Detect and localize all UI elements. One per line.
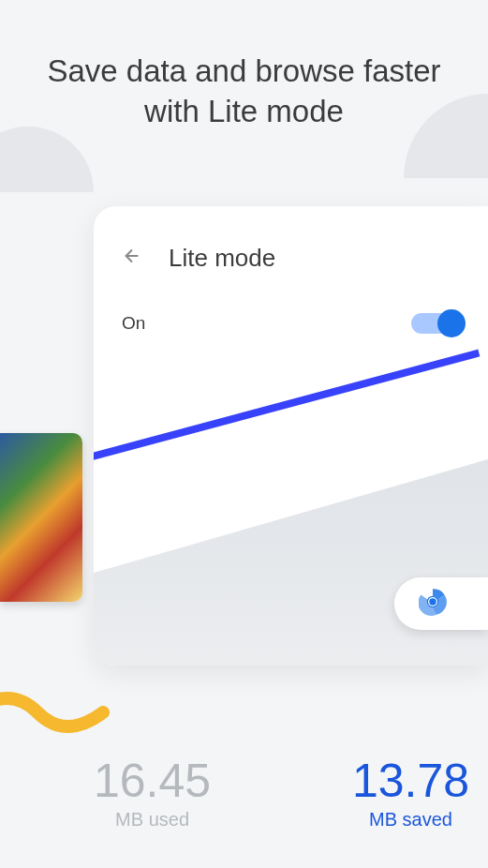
lite-mode-switch[interactable] xyxy=(411,313,460,334)
back-icon[interactable] xyxy=(122,246,142,272)
saved-label: MB saved xyxy=(352,809,469,831)
stat-used: 16.45 MB used xyxy=(94,756,211,831)
stat-saved: 13.78 MB saved xyxy=(352,756,469,831)
svg-point-3 xyxy=(429,598,436,606)
used-label: MB used xyxy=(94,809,211,831)
lite-mode-toggle-row[interactable]: On xyxy=(94,296,488,351)
used-value: 16.45 xyxy=(94,756,211,807)
decorative-thumbnail xyxy=(0,433,82,602)
graph-area-fill xyxy=(94,459,488,666)
data-usage-graph xyxy=(94,366,488,666)
promo-headline: Save data and browse faster with Lite mo… xyxy=(0,0,488,132)
chrome-icon xyxy=(419,588,447,620)
card-title: Lite mode xyxy=(169,244,275,273)
data-stats: 16.45 MB used 13.78 MB saved xyxy=(94,756,469,831)
saved-value: 13.78 xyxy=(352,756,469,807)
lite-mode-card: Lite mode On xyxy=(94,206,488,666)
switch-thumb xyxy=(437,309,466,337)
card-header: Lite mode xyxy=(94,206,488,296)
chrome-chip[interactable] xyxy=(394,577,488,630)
graph-trend-line xyxy=(94,350,480,461)
toggle-label: On xyxy=(122,313,145,334)
decorative-cloud xyxy=(0,127,94,192)
